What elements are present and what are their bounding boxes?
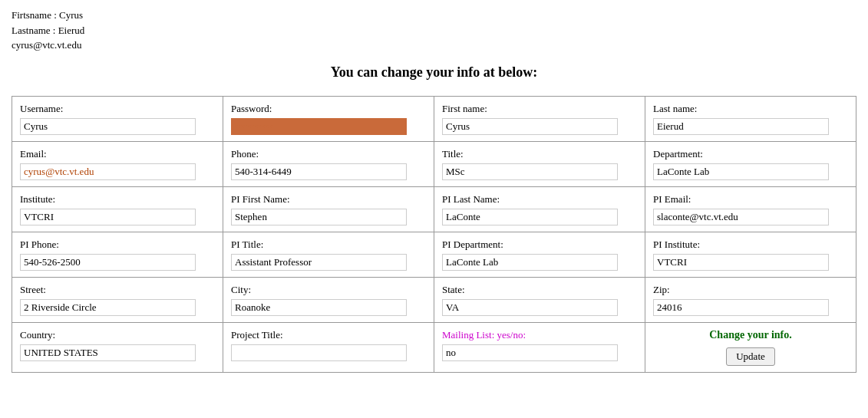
- profile-form-table: Username: Password: First name: Last nam…: [12, 96, 856, 373]
- pi-department-cell: PI Department:: [434, 232, 645, 277]
- zip-input[interactable]: [653, 299, 829, 316]
- username-cell: Username:: [12, 96, 223, 141]
- phone-label: Phone:: [231, 148, 426, 160]
- city-input[interactable]: [231, 299, 407, 316]
- pi-title-input[interactable]: [231, 254, 407, 271]
- lastname-cell: Last name:: [645, 96, 856, 141]
- firstname-input[interactable]: [442, 118, 618, 135]
- title-input[interactable]: [442, 163, 618, 180]
- password-cell: Password:: [223, 96, 434, 141]
- pi-institute-cell: PI Institute:: [645, 232, 856, 277]
- username-input[interactable]: [20, 118, 196, 135]
- pi-title-label: PI Title:: [231, 239, 426, 251]
- street-input[interactable]: [20, 299, 196, 316]
- update-button[interactable]: Update: [726, 347, 775, 366]
- user-info-header: Firtsname : Cyrus Lastname : Eierud cyru…: [12, 8, 856, 53]
- department-input[interactable]: [653, 163, 829, 180]
- pi-department-input[interactable]: [442, 254, 618, 271]
- zip-label: Zip:: [653, 284, 848, 296]
- department-label: Department:: [653, 148, 848, 160]
- mailing-list-input[interactable]: [442, 344, 618, 361]
- lastname-label: Last name:: [653, 103, 848, 115]
- email-display: cyrus@vtc.vt.edu: [12, 38, 856, 53]
- table-row: Username: Password: First name: Last nam…: [12, 96, 856, 141]
- phone-input[interactable]: [231, 163, 407, 180]
- state-input[interactable]: [442, 299, 618, 316]
- table-row: Country: Project Title: Mailing List: ye…: [12, 322, 856, 372]
- street-cell: Street:: [12, 277, 223, 322]
- state-cell: State:: [434, 277, 645, 322]
- pi-lastname-input[interactable]: [442, 209, 618, 225]
- pi-email-cell: PI Email:: [645, 186, 856, 232]
- email-cell: Email:: [12, 141, 223, 186]
- page-title: You can change your info at below:: [12, 64, 856, 81]
- username-label: Username:: [20, 103, 215, 115]
- project-title-label: Project Title:: [231, 329, 426, 341]
- pi-firstname-input[interactable]: [231, 209, 407, 225]
- table-row: Email: Phone: Title: Department:: [12, 141, 856, 186]
- table-row: Institute: PI First Name: PI Last Name: …: [12, 186, 856, 232]
- change-info-cell: Change your info. Update: [645, 322, 856, 372]
- country-label: Country:: [20, 329, 215, 341]
- table-row: Street: City: State: Zip:: [12, 277, 856, 322]
- pi-phone-cell: PI Phone:: [12, 232, 223, 277]
- firstname-cell: First name:: [434, 96, 645, 141]
- institute-input[interactable]: [20, 209, 196, 225]
- title-label: Title:: [442, 148, 637, 160]
- pi-lastname-cell: PI Last Name:: [434, 186, 645, 232]
- mailing-list-cell: Mailing List: yes/no:: [434, 322, 645, 372]
- mailing-list-label: Mailing List: yes/no:: [442, 329, 637, 341]
- email-label: Email:: [20, 148, 215, 160]
- pi-firstname-label: PI First Name:: [231, 193, 426, 206]
- firstname-display: Firtsname : Cyrus: [12, 8, 856, 23]
- pi-department-label: PI Department:: [442, 239, 637, 251]
- phone-cell: Phone:: [223, 141, 434, 186]
- project-title-input[interactable]: [231, 344, 407, 361]
- state-label: State:: [442, 284, 637, 296]
- project-title-cell: Project Title:: [223, 322, 434, 372]
- password-label: Password:: [231, 103, 426, 115]
- institute-label: Institute:: [20, 193, 215, 206]
- email-input[interactable]: [20, 163, 196, 180]
- pi-phone-label: PI Phone:: [20, 239, 215, 251]
- pi-title-cell: PI Title:: [223, 232, 434, 277]
- city-cell: City:: [223, 277, 434, 322]
- pi-lastname-label: PI Last Name:: [442, 193, 637, 206]
- pi-email-label: PI Email:: [653, 193, 848, 206]
- country-input[interactable]: [20, 344, 196, 361]
- lastname-input[interactable]: [653, 118, 829, 135]
- city-label: City:: [231, 284, 426, 296]
- department-cell: Department:: [645, 141, 856, 186]
- country-cell: Country:: [12, 322, 223, 372]
- password-input[interactable]: [231, 118, 407, 135]
- lastname-display: Lastname : Eierud: [12, 23, 856, 38]
- firstname-label: First name:: [442, 103, 637, 115]
- table-row: PI Phone: PI Title: PI Department: PI In…: [12, 232, 856, 277]
- pi-email-input[interactable]: [653, 209, 829, 225]
- pi-institute-label: PI Institute:: [653, 239, 848, 251]
- change-info-title: Change your info.: [653, 329, 848, 341]
- street-label: Street:: [20, 284, 215, 296]
- zip-cell: Zip:: [645, 277, 856, 322]
- pi-institute-input[interactable]: [653, 254, 829, 271]
- institute-cell: Institute:: [12, 186, 223, 232]
- pi-phone-input[interactable]: [20, 254, 196, 271]
- title-cell: Title:: [434, 141, 645, 186]
- pi-firstname-cell: PI First Name:: [223, 186, 434, 232]
